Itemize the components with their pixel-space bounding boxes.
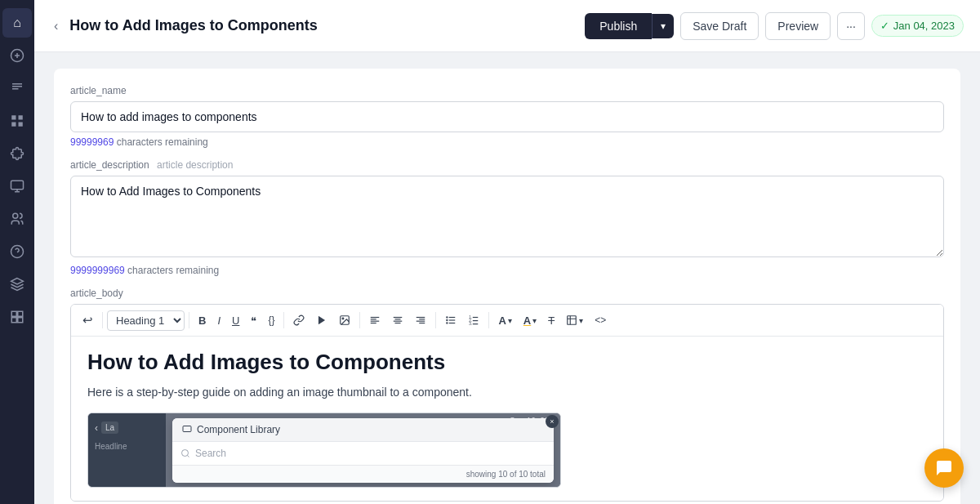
content-area: article_name 99999969 characters remaini… [34,52,980,504]
article-name-input[interactable] [70,101,944,132]
article-description-count: 9999999969 [70,265,125,276]
sidebar-item-help[interactable] [2,237,32,266]
svg-rect-23 [395,323,401,323]
svg-rect-12 [18,318,23,323]
editor-wrapper: ↩ Heading 1 Heading 2 Paragraph B I U ❝ … [70,304,944,502]
sidebar-item-layers[interactable] [2,270,32,299]
align-right-button[interactable] [410,311,431,329]
editor-heading: How to Add Images to Components [87,350,927,375]
source-button[interactable]: <> [590,311,611,329]
svg-point-15 [343,318,345,319]
component-library-title: Component Library [197,424,280,435]
svg-rect-16 [371,317,380,318]
svg-rect-24 [416,317,425,318]
sidebar-item-grid[interactable] [2,106,32,136]
sidebar-item-blocks[interactable] [2,302,32,332]
back-button[interactable]: ‹ [51,16,61,37]
svg-rect-17 [371,319,376,319]
image-button[interactable] [334,311,355,329]
highlight-button[interactable]: A ▾ [519,311,541,330]
header-right: Publish ▾ Save Draft Preview ··· ✓ Jan 0… [585,12,964,40]
header-left: ‹ How to Add Images to Components [51,16,318,37]
svg-rect-41 [183,426,191,432]
sidebar-item-blog[interactable] [2,41,32,70]
article-description-chars-label: characters remaining [127,265,219,276]
toolbar-divider-6 [488,312,489,328]
svg-rect-1 [11,115,16,119]
sidebar-item-notes[interactable] [2,74,32,103]
underline-button[interactable]: U [227,311,244,330]
article-name-chars: 99999969 characters remaining [70,136,944,148]
page-header: ‹ How to Add Images to Components Publis… [34,0,980,52]
date-label: Jan 04, 2023 [893,20,955,32]
svg-text:3.: 3. [470,322,473,326]
sidebar-item-users[interactable] [2,204,32,234]
sidebar-item-puzzle[interactable] [2,139,32,168]
svg-rect-20 [394,317,403,318]
svg-rect-19 [371,323,376,323]
embed-button[interactable] [311,311,332,329]
editor-paragraph: Here is a step-by-step guide on adding a… [87,383,927,401]
component-library-modal: Component Library Search showi [172,418,554,483]
bold-button[interactable]: B [194,311,211,330]
publish-dropdown-button[interactable]: ▾ [652,14,674,38]
svg-rect-29 [449,317,456,318]
svg-rect-27 [420,323,425,323]
blockquote-button[interactable]: ❝ [246,311,261,330]
svg-rect-3 [11,123,16,127]
svg-point-28 [447,316,448,318]
page-title: How to Add Images to Components [69,17,317,34]
svg-marker-13 [318,316,325,325]
table-button[interactable]: ▾ [561,311,588,329]
svg-rect-21 [395,319,401,319]
link-button[interactable] [288,311,310,329]
close-button[interactable]: × [546,415,559,428]
svg-rect-9 [11,311,16,316]
article-body-section: article_body ↩ Heading 1 Heading 2 Parag… [70,288,944,502]
main-area: ‹ How to Add Images to Components Publis… [34,0,980,504]
code-button[interactable]: {} [263,311,279,329]
save-draft-button[interactable]: Save Draft [680,12,759,40]
numbered-list-button[interactable]: 1.2.3. [463,311,484,329]
check-icon: ✓ [880,20,889,32]
svg-rect-5 [11,181,24,190]
toolbar-divider-5 [435,312,436,328]
svg-rect-35 [473,317,478,318]
article-name-count: 99999969 [70,136,114,148]
svg-point-30 [447,319,448,321]
svg-rect-18 [371,321,380,322]
svg-rect-39 [473,323,478,324]
date-badge: ✓ Jan 04, 2023 [871,15,964,37]
svg-rect-11 [11,318,16,323]
heading-select[interactable]: Heading 1 Heading 2 Paragraph [107,310,185,331]
svg-rect-10 [18,311,23,316]
bullet-list-button[interactable] [440,311,461,329]
article-form-card: article_name 99999969 characters remaini… [54,69,960,504]
font-color-button[interactable]: A ▾ [493,311,516,330]
svg-rect-2 [19,115,23,119]
svg-rect-31 [449,319,456,320]
preview-button[interactable]: Preview [765,12,831,40]
italic-button[interactable]: I [212,311,225,330]
svg-rect-25 [420,319,425,319]
align-center-button[interactable] [387,311,408,329]
publish-group: Publish ▾ [585,13,674,39]
sidebar-item-home[interactable]: ⌂ [2,8,32,38]
svg-point-42 [182,450,189,457]
article-description-label: article_description article description [70,159,944,171]
svg-rect-40 [568,316,577,325]
svg-point-32 [447,322,448,323]
undo-button[interactable]: ↩ [78,310,98,331]
align-left-button[interactable] [364,311,385,329]
editor-body[interactable]: How to Add Images to Components Here is … [71,337,943,501]
sidebar-item-monitor[interactable] [2,172,32,201]
editor-toolbar: ↩ Heading 1 Heading 2 Paragraph B I U ❝ … [71,305,943,337]
component-library-footer: showing 10 of 10 total [172,466,554,483]
svg-rect-33 [449,323,456,323]
sidebar: ⌂ [0,0,34,504]
strikethrough-button[interactable]: T [543,311,559,330]
chat-bubble[interactable] [924,448,964,488]
article-description-input[interactable]: How to Add Images to Components [70,176,944,257]
publish-button[interactable]: Publish [585,13,652,39]
more-options-button[interactable]: ··· [837,12,865,40]
